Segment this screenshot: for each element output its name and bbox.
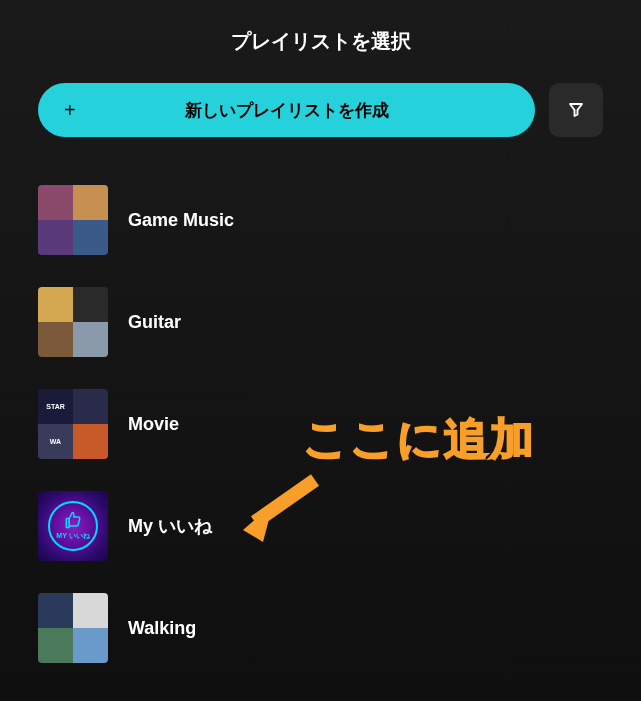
- annotation-text: ここに追加: [303, 410, 536, 469]
- playlist-cover-likes: MY いいね: [38, 491, 108, 561]
- like-cover-text: MY いいね: [56, 531, 89, 541]
- filter-button[interactable]: [549, 83, 603, 137]
- playlist-item-guitar[interactable]: Guitar: [38, 287, 603, 357]
- playlist-cover: [38, 185, 108, 255]
- playlist-item-my-likes[interactable]: MY いいね My いいね: [38, 491, 603, 561]
- playlist-name-label: Game Music: [128, 210, 234, 231]
- toolbar: + 新しいプレイリストを作成: [38, 83, 603, 137]
- filter-icon: [567, 101, 585, 119]
- playlist-item-walking[interactable]: Walking: [38, 593, 603, 663]
- playlist-item-game-music[interactable]: Game Music: [38, 185, 603, 255]
- playlist-name-label: My いいね: [128, 514, 212, 538]
- playlist-cover: [38, 593, 108, 663]
- playlist-name-label: Movie: [128, 414, 179, 435]
- playlist-cover: STAR WA: [38, 389, 108, 459]
- thumbs-up-icon: [64, 511, 82, 529]
- create-playlist-button[interactable]: + 新しいプレイリストを作成: [38, 83, 535, 137]
- page-title: プレイリストを選択: [38, 28, 603, 55]
- create-playlist-label: 新しいプレイリストを作成: [185, 99, 389, 122]
- playlist-cover: [38, 287, 108, 357]
- playlist-name-label: Walking: [128, 618, 196, 639]
- plus-icon: +: [64, 99, 76, 122]
- playlist-name-label: Guitar: [128, 312, 181, 333]
